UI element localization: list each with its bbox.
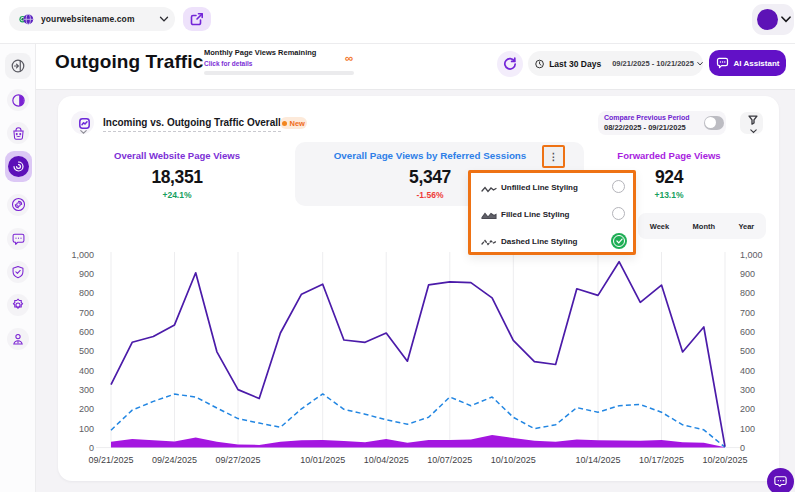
svg-text:10/17/2025: 10/17/2025	[639, 455, 684, 465]
svg-text:10/14/2025: 10/14/2025	[575, 455, 620, 465]
svg-text:09/27/2025: 09/27/2025	[215, 455, 260, 465]
svg-text:400: 400	[79, 366, 94, 376]
svg-text:400: 400	[740, 366, 755, 376]
svg-text:1,000: 1,000	[71, 250, 94, 260]
svg-text:600: 600	[79, 327, 94, 337]
svg-text:700: 700	[79, 308, 94, 318]
svg-text:09/24/2025: 09/24/2025	[152, 455, 197, 465]
svg-text:300: 300	[740, 385, 755, 395]
svg-text:200: 200	[740, 404, 755, 414]
svg-text:800: 800	[740, 288, 755, 298]
svg-text:10/20/2025: 10/20/2025	[702, 455, 747, 465]
svg-text:600: 600	[740, 327, 755, 337]
svg-text:100: 100	[79, 424, 94, 434]
svg-text:500: 500	[740, 346, 755, 356]
svg-text:0: 0	[740, 443, 745, 453]
svg-text:500: 500	[79, 346, 94, 356]
svg-text:1,000: 1,000	[740, 250, 763, 260]
svg-text:200: 200	[79, 404, 94, 414]
svg-text:900: 900	[740, 269, 755, 279]
svg-text:10/10/2025: 10/10/2025	[491, 455, 536, 465]
svg-text:100: 100	[740, 424, 755, 434]
svg-text:0: 0	[89, 443, 94, 453]
svg-text:10/01/2025: 10/01/2025	[300, 455, 345, 465]
svg-text:700: 700	[740, 308, 755, 318]
svg-text:10/07/2025: 10/07/2025	[427, 455, 472, 465]
svg-text:10/04/2025: 10/04/2025	[364, 455, 409, 465]
svg-text:900: 900	[79, 269, 94, 279]
svg-text:300: 300	[79, 385, 94, 395]
svg-text:800: 800	[79, 288, 94, 298]
svg-text:09/21/2025: 09/21/2025	[88, 455, 133, 465]
